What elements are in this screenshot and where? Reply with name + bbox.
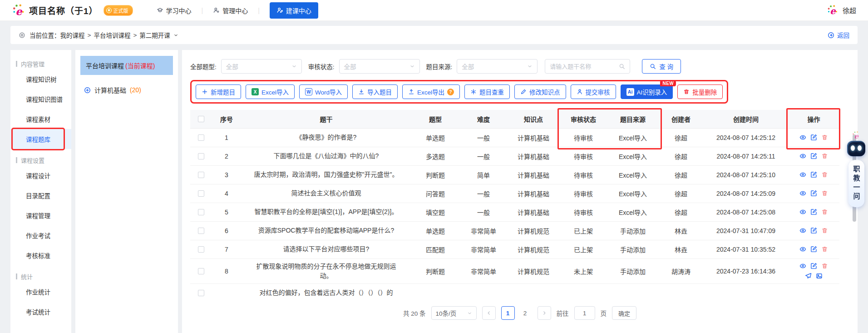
row-checkbox[interactable] — [198, 268, 204, 274]
edit-square-icon[interactable] — [810, 190, 817, 197]
breadcrumb-item[interactable]: 我的课程 — [60, 30, 85, 40]
view-icon[interactable] — [799, 134, 806, 141]
edit-square-icon[interactable] — [810, 209, 817, 215]
sidebar-item-catalog-config[interactable]: 目录配置 — [10, 185, 71, 205]
edit-square-icon[interactable] — [810, 246, 817, 253]
view-icon[interactable] — [799, 153, 806, 159]
toolbar-add-question[interactable]: 新增题目 — [196, 84, 241, 99]
breadcrumb-item[interactable]: 平台培训课程 — [94, 30, 130, 40]
toolbar-batch-delete[interactable]: 批量删除 — [677, 84, 723, 99]
delete-icon[interactable] — [821, 171, 828, 178]
cell-creator: 徐超 — [658, 165, 704, 184]
cell-source: Excel导入 — [607, 147, 658, 165]
toolbar-import-questions[interactable]: 导入题目 — [352, 84, 398, 99]
edit-square-icon[interactable] — [810, 134, 817, 141]
delete-icon[interactable] — [821, 190, 828, 197]
cell-no: 3 — [212, 165, 241, 184]
toolbar-ai-recognize[interactable]: AiAI识别录入NEW — [621, 84, 673, 99]
edit-square-icon[interactable] — [810, 263, 817, 269]
view-icon[interactable] — [799, 227, 806, 234]
nav-build-center[interactable]: 建课中心 — [270, 2, 318, 19]
row-checkbox[interactable] — [198, 209, 204, 215]
sidebar-item-homework-exam[interactable]: 作业考试 — [10, 225, 71, 245]
sidebar-item-course-knowledge-graph[interactable]: 课程知识图谱 — [10, 89, 71, 109]
breadcrumb-item[interactable]: 第二期开课 — [139, 30, 170, 40]
tree-node-count: (20) — [130, 86, 141, 94]
sidebar-item-course-design[interactable]: 课程设计 — [10, 165, 71, 185]
view-icon[interactable] — [799, 263, 806, 269]
send-icon[interactable] — [805, 273, 812, 279]
filter-select-question-type[interactable]: 全部 — [221, 59, 302, 74]
query-button[interactable]: 查 询 — [642, 59, 681, 74]
toolbar-modify-knowledge[interactable]: 修改知识点 — [514, 84, 566, 99]
sidebar-item-course-material[interactable]: 课程素材 — [10, 109, 71, 129]
toolbar-excel-export[interactable]: Excel导出? — [402, 84, 460, 99]
cell-difficulty: 一般 — [459, 184, 508, 203]
delete-icon[interactable] — [821, 227, 828, 234]
row-checkbox[interactable] — [198, 290, 204, 296]
cell-difficulty: 一般 — [459, 128, 508, 147]
delete-icon[interactable] — [821, 263, 828, 269]
current-course-row[interactable]: 平台培训课程 (当前课程) — [80, 56, 173, 75]
tree-node-computer-basics[interactable]: 计算机基础 (20) — [80, 80, 173, 99]
cell-empty — [704, 283, 788, 299]
nav-learn-center[interactable]: 学习中心 — [157, 6, 192, 15]
header-user[interactable]: e 徐超 — [827, 5, 856, 16]
page-number-2[interactable]: 2 — [518, 306, 532, 320]
toolbar-submit-audit[interactable]: 提交审核 — [571, 84, 616, 99]
select-all-checkbox[interactable] — [198, 116, 204, 122]
svg-text:e: e — [15, 5, 23, 17]
next-page-button[interactable] — [538, 306, 551, 320]
robot-icon[interactable] — [847, 141, 865, 156]
row-checkbox[interactable] — [198, 190, 204, 197]
column-header-4: 知识点 — [508, 110, 559, 128]
cell-created: 2024-08-07 14:25:10 — [704, 165, 788, 184]
cell-created: 2024-08-07 14:25:11 — [704, 147, 788, 165]
image-icon[interactable] — [816, 273, 823, 279]
ai-icon: Ai — [626, 88, 634, 96]
view-icon[interactable] — [799, 246, 806, 253]
filter-select-question-source[interactable]: 全部 — [457, 59, 538, 74]
row-checkbox[interactable] — [198, 134, 204, 141]
row-checkbox[interactable] — [198, 172, 204, 178]
view-icon[interactable] — [799, 171, 806, 178]
row-checkbox[interactable] — [198, 153, 204, 159]
cell-source: 手动添加 — [607, 240, 658, 258]
sidebar-item-exam-stats[interactable]: 考试统计 — [10, 302, 71, 322]
cell-creator: 胡涛涛 — [658, 258, 704, 283]
filter-select-audit-status[interactable]: 全部 — [339, 59, 420, 74]
toolbar-word-import[interactable]: WWord导入 — [299, 84, 348, 99]
page-size-select[interactable]: 10条/页 — [431, 306, 477, 320]
sidebar-item-course-question-bank[interactable]: 课程题库 — [10, 129, 71, 149]
edit-square-icon[interactable] — [810, 153, 817, 159]
view-icon[interactable] — [799, 190, 806, 197]
delete-icon[interactable] — [821, 209, 828, 215]
edit-square-icon[interactable] — [810, 171, 817, 178]
page-number-1[interactable]: 1 — [501, 306, 515, 320]
row-checkbox[interactable] — [198, 246, 204, 253]
assistant-float-widget[interactable]: e 职教一问 — [845, 131, 867, 207]
sidebar-item-course-knowledge-tree[interactable]: 课程知识树 — [10, 69, 71, 89]
delete-icon[interactable] — [821, 153, 828, 159]
jump-page-input[interactable] — [574, 306, 595, 320]
cell-knowledge: 计算机基础 — [508, 165, 559, 184]
confirm-button[interactable]: 确定 — [612, 306, 636, 320]
nav-manage-center[interactable]: 管理中心 — [213, 6, 248, 15]
toolbar-duplicate-check[interactable]: 题目查重 — [464, 84, 510, 99]
toolbar-excel-import[interactable]: XExcel导入 — [246, 84, 295, 99]
delete-icon[interactable] — [821, 134, 828, 141]
sidebar-item-homework-stats[interactable]: 作业统计 — [10, 282, 71, 302]
assistant-label[interactable]: 职教一问 — [848, 160, 864, 207]
sidebar-item-course-manage[interactable]: 课程管理 — [10, 205, 71, 225]
view-icon[interactable] — [799, 209, 806, 215]
cell-ops — [788, 184, 839, 203]
sidebar-item-assess-standard[interactable]: 考核标准 — [10, 245, 71, 265]
delete-icon[interactable] — [821, 246, 828, 253]
back-button[interactable]: 返回 — [828, 30, 849, 40]
search-input[interactable] — [550, 63, 616, 70]
edit-square-icon[interactable] — [810, 227, 817, 234]
row-checkbox-cell — [190, 283, 212, 299]
prev-page-button[interactable] — [482, 306, 496, 320]
row-checkbox[interactable] — [198, 228, 204, 234]
cell-difficulty: 非常简单 — [459, 221, 508, 240]
